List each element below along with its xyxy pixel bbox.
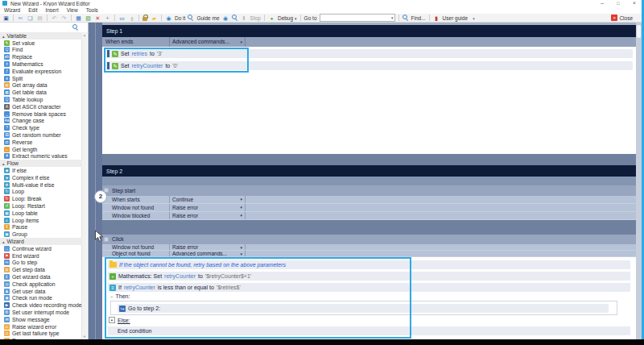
cut-icon[interactable] [17, 15, 24, 22]
sidebar-item-loop-items[interactable]: ≡Loop items [0, 217, 82, 224]
sidebar-section-flow[interactable]: Flow [0, 160, 82, 167]
insert-image-icon[interactable] [85, 15, 92, 22]
command-set-retrycounter[interactable]: ✎ Set retryCounter to '0' [105, 61, 633, 70]
param-dropdown[interactable]: Raise error [169, 212, 246, 219]
sidebar-item-if-else[interactable]: ◆If else [0, 167, 82, 174]
menu-tools[interactable]: Tools [86, 7, 98, 13]
param-dropdown[interactable]: Raise error [169, 244, 246, 250]
delete-icon[interactable] [94, 15, 101, 22]
sidebar-item-get-last-failure-type[interactable]: ⚠Get last failure type [0, 330, 82, 337]
close-wizard-button[interactable]: Close [611, 15, 633, 21]
sidebar-item-loop-restart[interactable]: ↺Loop: Restart [0, 202, 82, 210]
sidebar-item-check-run-mode[interactable]: ◉Check run mode [0, 294, 82, 301]
inspect-icon[interactable] [232, 15, 238, 21]
sidebar-item-get-length[interactable]: ↔Get length [0, 146, 82, 153]
sidebar-item-table-lookup[interactable]: QTable lookup [0, 96, 82, 103]
sidebar-section-variable[interactable]: Variable [0, 32, 82, 39]
param-dropdown[interactable]: Raise error [169, 204, 246, 211]
search-icon[interactable] [72, 24, 79, 31]
sidebar-item-evaluate-expression[interactable]: ƒEvaluate expression [0, 68, 82, 75]
sidebar-item-continue-wizard[interactable]: →Continue wizard [0, 245, 82, 252]
minimize-icon[interactable] [594, 0, 610, 6]
sidebar-item-loop[interactable]: ↻Loop [0, 189, 82, 196]
sidebar-item-get-step-data[interactable]: ▤Get step data [0, 266, 82, 273]
sidebar-item-mathematics[interactable]: ±Mathematics [0, 60, 82, 68]
when-ends-dropdown[interactable]: Advanced commands... [169, 37, 246, 47]
param-dropdown[interactable]: Advanced commands... [169, 251, 246, 256]
step-number-badge[interactable]: 2 [94, 190, 107, 203]
sidebar-item-extract-numeric-values[interactable]: #Extract numeric values [0, 153, 82, 160]
sidebar-item-get-wizard-data[interactable]: ℹGet wizard data [0, 273, 82, 281]
find-icon[interactable] [402, 15, 409, 21]
run-step-icon[interactable] [222, 15, 229, 22]
else-branch-row[interactable]: Else: [109, 317, 130, 323]
redo-icon[interactable] [60, 15, 68, 22]
step1-header[interactable]: Step 1 [102, 25, 636, 37]
command-mathematics[interactable]: + Mathematics: Set retryCounter to '$ret… [108, 272, 630, 281]
folder-icon[interactable] [151, 15, 158, 22]
sidebar-item-pause[interactable]: ‖Pause [0, 224, 82, 231]
braces-icon[interactable] [128, 15, 135, 22]
maximize-icon[interactable] [610, 0, 626, 6]
sidebar-item-split[interactable]: ⋔Split [0, 75, 82, 82]
sidebar-item-set-user-interrupt-mode[interactable]: ⚙Set user interrupt mode [0, 309, 82, 316]
menu-insert[interactable]: Insert [45, 7, 58, 13]
sidebar-item-check-video-recording-mode[interactable]: ▶Check video recording mode [0, 301, 82, 309]
sidebar-item-go-to-step[interactable]: ↪Go to step [0, 260, 82, 267]
sidebar-item-get-table-data[interactable]: ▦Get table data [0, 89, 82, 96]
variable-link[interactable]: retryCounter [124, 285, 155, 290]
sidebar-item-get-user-data[interactable]: ♟Get user data [0, 288, 82, 295]
menu-view[interactable]: View [67, 7, 78, 13]
goto-input[interactable] [320, 14, 395, 22]
lock-icon[interactable] [142, 15, 148, 22]
expand-else-icon[interactable] [109, 317, 115, 323]
sidebar-item-get-array-data[interactable]: ▤Get array data [0, 82, 82, 89]
sidebar-item-reverse[interactable]: ⇄Reverse [0, 139, 82, 146]
copy-icon[interactable] [27, 15, 34, 22]
sidebar-item-find[interactable]: QFind [0, 47, 82, 54]
sidebar-item-loop-break[interactable]: ↻Loop: Break [0, 195, 82, 202]
paste-icon[interactable] [36, 15, 43, 22]
sidebar-item-replace[interactable]: abReplace [0, 53, 82, 60]
section-step-start[interactable]: Step start [102, 185, 636, 196]
sidebar-item-group[interactable]: ▣Group [0, 231, 82, 238]
canvas-scrollbar[interactable] [636, 23, 642, 339]
sidebar-item-multi-value-if-else[interactable]: ❖Multi-value if else [0, 181, 82, 189]
menu-edit[interactable]: Edit [28, 7, 37, 13]
scrollbar-thumb[interactable] [637, 25, 641, 38]
end-condition-row[interactable]: End condition [108, 326, 630, 335]
command-if-condition[interactable]: ≡ If retryCounter is less than or equal … [108, 283, 630, 292]
user-guide-button[interactable]: User guide [443, 15, 468, 21]
sidebar-item-raise-wizard-error[interactable]: ⚠Raise wizard error [0, 323, 82, 330]
do-it-button[interactable]: Do it [175, 15, 185, 21]
undo-icon[interactable] [51, 15, 58, 22]
section-click[interactable]: Click [102, 235, 636, 244]
sidebar-item-remove-blank-spaces[interactable]: _Remove blank spaces [0, 110, 82, 118]
debug-dropdown[interactable]: Debug [278, 15, 297, 21]
guide-me-icon[interactable] [188, 15, 194, 21]
close-window-icon[interactable] [626, 0, 642, 6]
save-icon[interactable] [2, 15, 10, 22]
sidebar-item-set-value[interactable]: ✎Set value [0, 39, 82, 47]
sidebar-item-check-application[interactable]: ◎Check application [0, 281, 82, 288]
sidebar-item-check-type[interactable]: ?Check type [0, 124, 82, 131]
param-dropdown[interactable]: Continue [169, 196, 246, 203]
do-it-icon[interactable] [165, 15, 172, 22]
then-branch-row[interactable]: Then: [110, 293, 130, 299]
step2-header[interactable]: Step 2 [102, 165, 636, 177]
menu-wizard[interactable]: Wizard [4, 7, 20, 13]
variable-link[interactable]: retryCounter [132, 63, 163, 69]
sidebar-item-loop-table[interactable]: ▦Loop table [0, 210, 82, 217]
insert-table-icon[interactable] [75, 15, 82, 22]
sidebar-item-complex-if-else[interactable]: ◈Complex if else [0, 174, 82, 181]
debug-icon[interactable] [268, 15, 275, 22]
select-region-icon[interactable] [118, 15, 126, 22]
scroll-down-icon[interactable]: ▼ [82, 335, 87, 339]
toolbar-overflow-icon[interactable] [470, 15, 477, 22]
variable-link[interactable]: retries [132, 51, 147, 56]
move-icon[interactable] [104, 15, 111, 22]
guide-me-button[interactable]: Guide me [196, 15, 219, 21]
click-action-icon[interactable] [94, 230, 105, 246]
sidebar-item-end-wizard[interactable]: ⚑End wizard [0, 252, 82, 260]
sidebar-item-change-case[interactable]: AaChange case [0, 118, 82, 125]
